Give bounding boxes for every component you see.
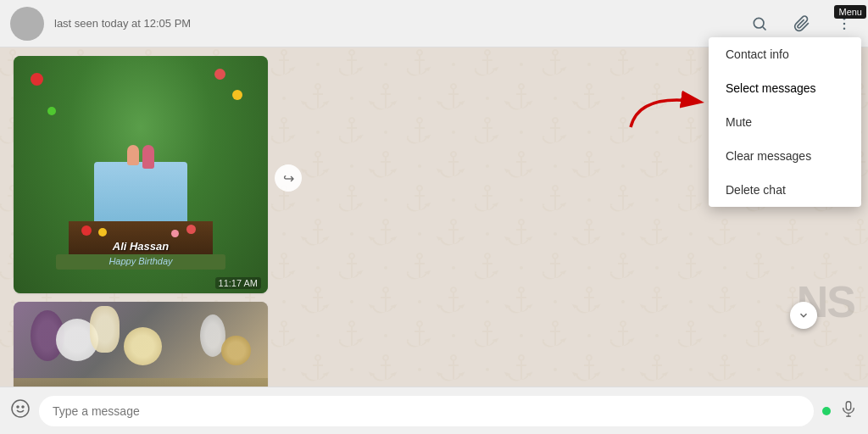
svg-point-3: [843, 22, 846, 25]
send-dot: [822, 407, 831, 415]
message-time: 11:17 AM: [215, 277, 261, 289]
forward-button[interactable]: ↪: [275, 164, 302, 192]
menu-item-mute[interactable]: Mute: [709, 105, 861, 139]
cake-text1: Ali Hassan: [113, 240, 169, 253]
svg-point-4: [843, 27, 846, 30]
svg-point-5: [12, 400, 29, 417]
attach-icon[interactable]: [788, 10, 815, 37]
message-bubble-cake: Ali Hassan Happy Birthday 11:17 AM: [14, 56, 268, 293]
flower-image: [14, 302, 268, 387]
cake-text2: Happy Birthday: [108, 256, 172, 266]
header-status: last seen today at 12:05 PM: [54, 17, 746, 30]
avatar[interactable]: [10, 7, 44, 41]
menu-item-contact-info[interactable]: Contact info: [709, 37, 861, 71]
cake-image: Ali Hassan Happy Birthday: [14, 56, 268, 293]
header-info: last seen today at 12:05 PM: [54, 17, 746, 30]
emoji-button[interactable]: [10, 398, 31, 424]
scroll-down-button[interactable]: [790, 302, 817, 329]
menu-item-delete-chat[interactable]: Delete chat: [709, 173, 861, 207]
svg-point-6: [17, 406, 19, 408]
svg-point-0: [754, 18, 764, 28]
svg-line-1: [763, 26, 766, 30]
menu-item-select-messages[interactable]: Select messages: [709, 71, 861, 105]
mic-button[interactable]: [839, 399, 858, 422]
svg-point-7: [22, 406, 24, 408]
menu-item-clear-messages[interactable]: Clear messages: [709, 139, 861, 173]
more-options-icon[interactable]: Menu: [831, 10, 858, 37]
header-actions: Menu: [746, 10, 858, 37]
message-input[interactable]: [39, 396, 814, 426]
menu-badge: Menu: [834, 5, 866, 19]
svg-rect-8: [846, 402, 851, 410]
message-bubble-flowers: [14, 302, 268, 387]
search-icon[interactable]: [746, 10, 773, 37]
chat-footer: [0, 387, 868, 434]
context-menu: Contact info Select messages Mute Clear …: [709, 37, 861, 207]
